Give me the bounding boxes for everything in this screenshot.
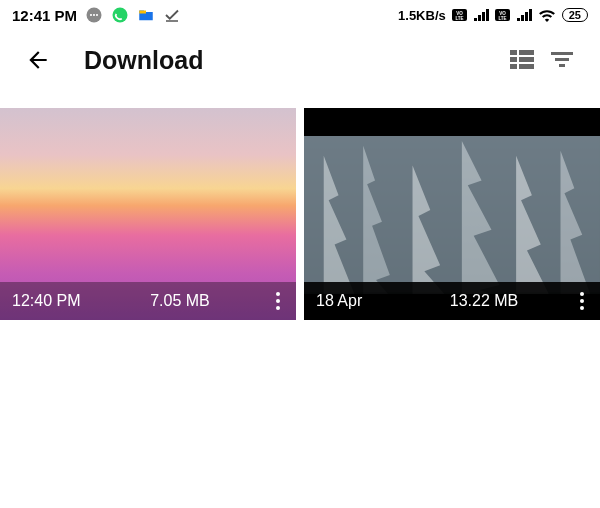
back-button[interactable] — [18, 40, 58, 80]
folder-icon — [137, 6, 155, 24]
svg-rect-20 — [555, 58, 569, 61]
svg-point-2 — [93, 14, 95, 16]
wifi-icon — [538, 9, 556, 22]
page-title: Download — [84, 46, 203, 75]
svg-point-3 — [96, 14, 98, 16]
status-left: 12:41 PM — [12, 6, 181, 24]
media-time: 18 Apr — [316, 292, 392, 310]
svg-rect-14 — [519, 50, 534, 55]
volte1-icon: VOLTE — [452, 9, 467, 21]
signal1-icon — [473, 9, 489, 21]
whatsapp-icon — [111, 6, 129, 24]
svg-rect-23 — [304, 136, 600, 294]
status-time: 12:41 PM — [12, 7, 77, 24]
svg-point-1 — [90, 14, 92, 16]
signal2-icon — [516, 9, 532, 21]
check-icon — [163, 6, 181, 24]
net-speed: 1.5KB/s — [398, 8, 446, 23]
filter-button[interactable] — [542, 40, 582, 80]
svg-rect-19 — [551, 52, 573, 55]
svg-text:LTE: LTE — [455, 16, 463, 21]
media-item[interactable]: 12:40 PM 7.05 MB — [0, 108, 296, 320]
svg-rect-5 — [139, 11, 146, 14]
svg-text:LTE: LTE — [498, 16, 506, 21]
media-time: 12:40 PM — [12, 292, 88, 310]
media-meta: 18 Apr 13.22 MB — [304, 282, 600, 320]
media-meta: 12:40 PM 7.05 MB — [0, 282, 296, 320]
more-options-button[interactable] — [272, 292, 284, 310]
svg-rect-16 — [519, 57, 534, 62]
status-bar: 12:41 PM 1.5KB/s VOLTE VOLTE 25 — [0, 0, 600, 30]
media-grid: 12:40 PM 7.05 MB 18 Apr 13.2 — [0, 108, 600, 320]
status-right: 1.5KB/s VOLTE VOLTE 25 — [398, 8, 588, 23]
battery-indicator: 25 — [562, 8, 588, 22]
svg-rect-18 — [519, 64, 534, 69]
chat-icon — [85, 6, 103, 24]
view-list-button[interactable] — [502, 40, 542, 80]
svg-rect-17 — [510, 64, 517, 69]
app-bar: Download — [0, 30, 600, 90]
media-item[interactable]: 18 Apr 13.22 MB — [304, 108, 600, 320]
more-options-button[interactable] — [576, 292, 588, 310]
svg-rect-13 — [510, 50, 517, 55]
media-size: 13.22 MB — [392, 292, 576, 310]
media-size: 7.05 MB — [88, 292, 272, 310]
svg-rect-15 — [510, 57, 517, 62]
svg-rect-21 — [559, 64, 565, 67]
volte2-icon: VOLTE — [495, 9, 510, 21]
